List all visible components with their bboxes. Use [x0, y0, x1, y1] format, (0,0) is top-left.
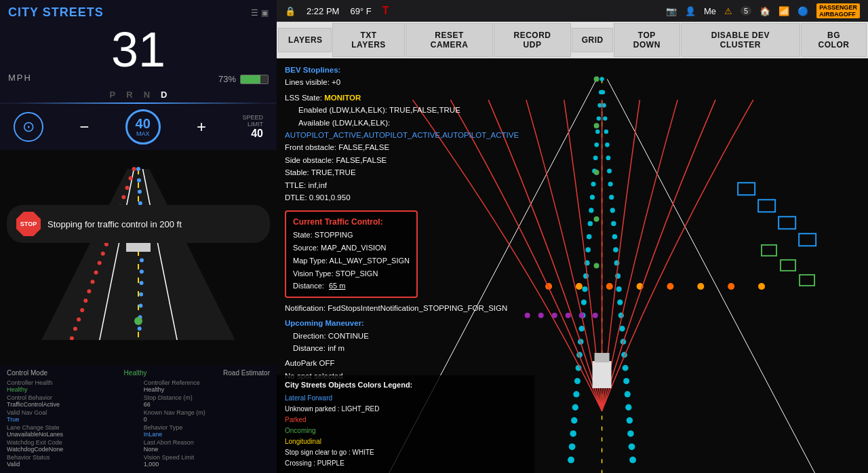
- speed-decrease-button[interactable]: −: [73, 115, 96, 139]
- road-canvas: [0, 150, 277, 340]
- watchdog-label: Watchdog Exit Code: [7, 439, 133, 446]
- gear-d[interactable]: D: [161, 90, 167, 100]
- status-left-6: Behavior Status Valid: [7, 454, 133, 468]
- me-label: Me: [704, 6, 716, 16]
- status-row-4: Lane Change State UnavailableNoLanes Beh…: [7, 424, 270, 438]
- status-row-1: Controller Health Healthy Controller Ref…: [7, 379, 270, 393]
- status-bar: 🔒 2:22 PM 69° F T 📷 👤 Me ⚠ 5 🏠 📶 🔵 PASSE…: [277, 0, 868, 22]
- main-content: BEV Stoplines: Lines visible: +0 LSS Sta…: [277, 58, 868, 473]
- stop-sign-icon: STOP: [16, 212, 41, 236]
- speed-limit-circle: 40 MAX: [125, 109, 161, 145]
- tesla-logo: T: [382, 5, 389, 17]
- battery-row: 73%: [218, 74, 269, 84]
- home-icon: 🏠: [760, 6, 770, 16]
- display-icon[interactable]: ▣: [261, 8, 269, 18]
- lock-icon: 🔒: [285, 6, 296, 16]
- layers-button[interactable]: LAYERS: [278, 28, 332, 52]
- status-right-2: Stop Distance (m) 66: [144, 394, 270, 408]
- vision-speed-val: 1,000: [144, 461, 270, 468]
- gear-r[interactable]: R: [126, 90, 132, 100]
- vision-speed-label: Vision Speed Limit: [144, 454, 270, 461]
- status-table: Control Mode Healthy Road Estimator Cont…: [0, 365, 277, 473]
- city-streets-title: CITY STREETS: [8, 5, 104, 20]
- top-down-button[interactable]: TOP DOWN: [614, 23, 680, 57]
- record-udp-button[interactable]: RECORD UDP: [494, 23, 570, 57]
- status-row-5: Watchdog Exit Code WatchdogCodeNone Last…: [7, 439, 270, 453]
- control-behavior-label: Control Behavior: [7, 394, 133, 401]
- gear-selector: P R N D: [0, 87, 277, 102]
- status-row-6: Behavior Status Valid Vision Speed Limit…: [7, 454, 270, 468]
- behavior-type-label: Behavior Type: [144, 424, 270, 431]
- status-left-4: Lane Change State UnavailableNoLanes: [7, 424, 133, 438]
- disable-dev-cluster-button[interactable]: DISABLE DEV CLUSTER: [681, 23, 800, 57]
- camera-icon: 📷: [666, 6, 677, 16]
- speed-limit-max-label: MAX: [136, 130, 150, 137]
- speed-right-limit: SPEEDLIMIT 40: [242, 114, 263, 140]
- stop-sign-text: STOP: [20, 221, 37, 227]
- speed-limit-number: 40: [136, 117, 151, 130]
- steering-wheel-icon: ⊙: [14, 112, 43, 142]
- battery-bar: [240, 75, 269, 84]
- last-abort-label: Last Abort Reason: [144, 439, 270, 446]
- grid-button[interactable]: GRID: [572, 28, 613, 52]
- wifi-icon: 📶: [778, 6, 789, 16]
- status-left-1: Controller Health Healthy: [7, 379, 133, 393]
- controls-row: ⊙ − 40 MAX + SPEEDLIMIT 40: [0, 104, 277, 150]
- bg-color-button[interactable]: BG COLOR: [801, 23, 867, 57]
- status-row-3: Valid Nav Goal True Known Nav Range (m) …: [7, 409, 270, 423]
- speed-number: 31: [0, 25, 277, 74]
- speed-display: 31: [0, 22, 277, 74]
- airbag-badge: PASSENGERAIRBAGOFF: [816, 3, 860, 18]
- speed-limit-sublabel: SPEEDLIMIT: [242, 114, 263, 128]
- status-bar-right: 📷 👤 Me ⚠ 5 🏠 📶 🔵 PASSENGERAIRBAGOFF: [666, 3, 860, 18]
- bev-visualization: [277, 58, 868, 473]
- behavior-status-val: Valid: [7, 461, 133, 468]
- status-right-3: Known Nav Range (m) 0: [144, 409, 270, 423]
- stop-distance-label: Stop Distance (m): [144, 394, 270, 401]
- lane-change-label: Lane Change State: [7, 424, 133, 431]
- controller-reference-val: Healthy: [144, 386, 270, 393]
- status-right-5: Last Abort Reason None: [144, 439, 270, 453]
- watchdog-val: WatchdogCodeNone: [7, 446, 133, 453]
- status-left-5: Watchdog Exit Code WatchdogCodeNone: [7, 439, 133, 453]
- top-right-icons: ☰ ▣: [251, 8, 269, 18]
- reset-camera-button[interactable]: RESET CAMERA: [406, 23, 493, 57]
- warning-icon: ⚠: [724, 6, 732, 16]
- speed-increase-button[interactable]: +: [190, 115, 213, 139]
- battery-percentage: 73%: [218, 74, 236, 84]
- known-nav-val: 0: [144, 416, 270, 423]
- controller-health-val: Healthy: [7, 386, 133, 393]
- txt-layers-button[interactable]: TXT LAYERS: [332, 23, 405, 57]
- road-visualization: STOP Stopping for traffic control in 200…: [0, 150, 277, 365]
- stop-alert: STOP Stopping for traffic control in 200…: [7, 205, 270, 243]
- control-mode-header: Control Mode: [7, 369, 47, 377]
- lane-change-val: UnavailableNoLanes: [7, 431, 133, 438]
- valid-nav-val: True: [7, 416, 133, 423]
- status-right-4: Behavior Type InLane: [144, 424, 270, 438]
- control-behavior-val: TrafficControlActive: [7, 401, 133, 408]
- speed-limit-right-value: 40: [242, 128, 263, 140]
- control-mode-healthy: Healthy: [124, 369, 147, 377]
- behavior-status-label: Behavior Status: [7, 454, 133, 461]
- status-right-1: Controller Reference Healthy: [144, 379, 270, 393]
- left-top-bar: CITY STREETS ☰ ▣: [0, 0, 277, 22]
- toolbar: LAYERS TXT LAYERS RESET CAMERA RECORD UD…: [277, 22, 868, 58]
- person-icon: 👤: [685, 6, 696, 16]
- bev-canvas: [277, 58, 868, 473]
- controller-reference-label: Controller Reference: [144, 379, 270, 386]
- status-right-6: Vision Speed Limit 1,000: [144, 454, 270, 468]
- menu-icon[interactable]: ☰: [251, 8, 258, 18]
- known-nav-label: Known Nav Range (m): [144, 409, 270, 416]
- status-row-2: Control Behavior TrafficControlActive St…: [7, 394, 270, 408]
- bluetooth-icon: 🔵: [797, 6, 808, 16]
- temperature-display: 69° F: [350, 6, 371, 16]
- photo-count: 5: [741, 6, 751, 16]
- left-panel: CITY STREETS ☰ ▣ 31 MPH 73% P R N D ⊙ − …: [0, 0, 277, 473]
- time-display: 2:22 PM: [307, 6, 339, 16]
- gear-p[interactable]: P: [110, 90, 116, 100]
- speed-limit-control: 40 MAX: [125, 109, 161, 145]
- gear-n[interactable]: N: [144, 90, 150, 100]
- valid-nav-label: Valid Nav Goal: [7, 409, 133, 416]
- status-table-header: Control Mode Healthy Road Estimator: [7, 369, 270, 377]
- stop-alert-text: Stopping for traffic control in 200 ft: [47, 219, 182, 229]
